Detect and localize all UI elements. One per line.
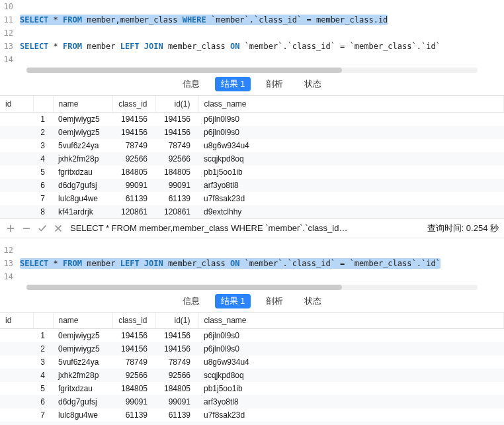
delete-row-icon[interactable] bbox=[21, 223, 32, 234]
cell-name[interactable]: fgritxdzau bbox=[53, 382, 112, 395]
table-row[interactable]: 8kf41ardrjk120861120861d9extclhhy bbox=[0, 422, 504, 425]
cell-class-name[interactable]: u8g6w934u4 bbox=[198, 355, 504, 369]
table-row[interactable]: 7lulc8gu4we6113961139u7f8sak23d bbox=[0, 192, 504, 205]
cell-class-id[interactable]: 61139 bbox=[112, 192, 155, 205]
cell-class-name[interactable]: d9extclhhy bbox=[198, 205, 504, 218]
cell-id[interactable] bbox=[0, 139, 33, 152]
cell-id1[interactable]: 78749 bbox=[155, 139, 198, 152]
cell-class-id[interactable]: 194156 bbox=[112, 126, 155, 139]
cell-id1[interactable]: 92566 bbox=[155, 369, 198, 382]
col-id1[interactable]: id(1) bbox=[155, 313, 198, 329]
cell-class-name[interactable]: arf3yo8tl8 bbox=[198, 179, 504, 192]
table-row[interactable]: 4jxhk2fm28p9256692566scqjkpd8oq bbox=[0, 369, 504, 382]
cell-class-name[interactable]: p6jln0l9s0 bbox=[198, 126, 504, 139]
cell-name[interactable]: lulc8gu4we bbox=[53, 192, 112, 205]
cell-id1[interactable]: 194156 bbox=[155, 126, 198, 139]
cell-name[interactable]: fgritxdzau bbox=[53, 165, 112, 179]
apply-icon[interactable] bbox=[37, 223, 48, 234]
tab-profile[interactable]: 剖析 bbox=[260, 77, 289, 91]
cell-class-name[interactable]: pb1j5oo1ib bbox=[198, 165, 504, 179]
col-name[interactable]: name bbox=[53, 96, 112, 112]
table-row[interactable]: 4jxhk2fm28p9256692566scqjkpd8oq bbox=[0, 152, 504, 165]
cell-id[interactable] bbox=[0, 165, 33, 179]
cell-class-id[interactable]: 120861 bbox=[112, 422, 155, 425]
cell-id1[interactable]: 61139 bbox=[155, 192, 198, 205]
cell-name[interactable]: jxhk2fm28p bbox=[53, 152, 112, 165]
cell-id1[interactable]: 78749 bbox=[155, 355, 198, 369]
cell-id[interactable] bbox=[0, 126, 33, 139]
cell-id[interactable] bbox=[0, 422, 33, 425]
cell-id1[interactable]: 194156 bbox=[155, 329, 198, 343]
cell-class-name[interactable]: u8g6w934u4 bbox=[198, 139, 504, 152]
cell-name[interactable]: 0emjwiygz5 bbox=[53, 329, 112, 343]
sql-editor-bottom[interactable]: 12 13 SELECT * FROM member LEFT JOIN mem… bbox=[0, 244, 504, 290]
table-row[interactable]: 7lulc8gu4we6113961139u7f8sak23d bbox=[0, 408, 504, 422]
col-id[interactable]: id bbox=[0, 313, 33, 329]
cell-id[interactable] bbox=[0, 355, 33, 369]
table-row[interactable]: 8kf41ardrjk120861120861d9extclhhy bbox=[0, 205, 504, 218]
table-row[interactable]: 35vuf6z24ya7874978749u8g6w934u4 bbox=[0, 355, 504, 369]
cell-id[interactable] bbox=[0, 112, 33, 126]
cell-name[interactable]: d6dg7gufsj bbox=[53, 395, 112, 408]
table-row[interactable]: 6d6dg7gufsj9909199091arf3yo8tl8 bbox=[0, 395, 504, 408]
cell-id[interactable] bbox=[0, 152, 33, 165]
cell-class-id[interactable]: 92566 bbox=[112, 152, 155, 165]
tab-profile[interactable]: 剖析 bbox=[260, 294, 289, 308]
cell-class-name[interactable]: scqjkpd8oq bbox=[198, 152, 504, 165]
cell-class-name[interactable]: d9extclhhy bbox=[198, 422, 504, 425]
cell-class-id[interactable]: 61139 bbox=[112, 408, 155, 422]
cell-class-id[interactable]: 194156 bbox=[112, 342, 155, 355]
table-row[interactable]: 6d6dg7gufsj9909199091arf3yo8tl8 bbox=[0, 179, 504, 192]
cell-class-name[interactable]: arf3yo8tl8 bbox=[198, 395, 504, 408]
cell-class-name[interactable]: pb1j5oo1ib bbox=[198, 382, 504, 395]
editor-scrollbar[interactable] bbox=[26, 68, 478, 73]
cell-class-id[interactable]: 92566 bbox=[112, 369, 155, 382]
cell-class-id[interactable]: 184805 bbox=[112, 382, 155, 395]
table-row[interactable]: 10emjwiygz5194156194156p6jln0l9s0 bbox=[0, 329, 504, 343]
cell-id1[interactable]: 194156 bbox=[155, 112, 198, 126]
col-class-name[interactable]: class_name bbox=[198, 313, 504, 329]
cell-class-name[interactable]: p6jln0l9s0 bbox=[198, 112, 504, 126]
cell-id1[interactable]: 194156 bbox=[155, 342, 198, 355]
cell-class-name[interactable]: scqjkpd8oq bbox=[198, 369, 504, 382]
cell-class-id[interactable]: 78749 bbox=[112, 139, 155, 152]
cell-name[interactable]: 5vuf6z24ya bbox=[53, 139, 112, 152]
code-line-highlighted[interactable]: SELECT * FROM member LEFT JOIN member_cl… bbox=[20, 258, 441, 269]
cell-id[interactable] bbox=[0, 179, 33, 192]
cell-name[interactable]: kf41ardrjk bbox=[53, 422, 112, 425]
tab-result-1[interactable]: 结果 1 bbox=[215, 294, 251, 308]
cell-name[interactable]: 5vuf6z24ya bbox=[53, 355, 112, 369]
cell-id1[interactable]: 184805 bbox=[155, 382, 198, 395]
tab-status[interactable]: 状态 bbox=[298, 77, 327, 91]
table-row[interactable]: 10emjwiygz5194156194156p6jln0l9s0 bbox=[0, 112, 504, 126]
cell-class-name[interactable]: u7f8sak23d bbox=[198, 192, 504, 205]
cell-id[interactable] bbox=[0, 408, 33, 422]
cell-name[interactable]: 0emjwiygz5 bbox=[53, 112, 112, 126]
cell-id1[interactable]: 61139 bbox=[155, 408, 198, 422]
cell-id1[interactable]: 92566 bbox=[155, 152, 198, 165]
cell-name[interactable]: 0emjwiygz5 bbox=[53, 342, 112, 355]
sql-editor-top[interactable]: 10 11 SELECT * FROM member,member_class … bbox=[0, 0, 504, 73]
col-id[interactable]: id bbox=[0, 96, 33, 112]
cell-class-name[interactable]: u7f8sak23d bbox=[198, 408, 504, 422]
cell-id[interactable] bbox=[0, 192, 33, 205]
col-name[interactable]: name bbox=[53, 313, 112, 329]
cell-id[interactable] bbox=[0, 205, 33, 218]
cell-id[interactable] bbox=[0, 395, 33, 408]
tab-status[interactable]: 状态 bbox=[298, 294, 327, 308]
cell-id[interactable] bbox=[0, 369, 33, 382]
cell-class-name[interactable]: p6jln0l9s0 bbox=[198, 329, 504, 343]
cell-name[interactable]: 0emjwiygz5 bbox=[53, 126, 112, 139]
cell-class-id[interactable]: 184805 bbox=[112, 165, 155, 179]
cell-id[interactable] bbox=[0, 329, 33, 343]
table-row[interactable]: 5fgritxdzau184805184805pb1j5oo1ib bbox=[0, 382, 504, 395]
col-id1[interactable]: id(1) bbox=[155, 96, 198, 112]
add-row-icon[interactable] bbox=[5, 223, 16, 234]
cell-name[interactable]: kf41ardrjk bbox=[53, 205, 112, 218]
cell-id1[interactable]: 120861 bbox=[155, 422, 198, 425]
cell-class-id[interactable]: 120861 bbox=[112, 205, 155, 218]
table-row[interactable]: 5fgritxdzau184805184805pb1j5oo1ib bbox=[0, 165, 504, 179]
cell-id[interactable] bbox=[0, 342, 33, 355]
code-line[interactable]: SELECT * FROM member LEFT JOIN member_cl… bbox=[20, 42, 441, 51]
cell-class-id[interactable]: 99091 bbox=[112, 395, 155, 408]
